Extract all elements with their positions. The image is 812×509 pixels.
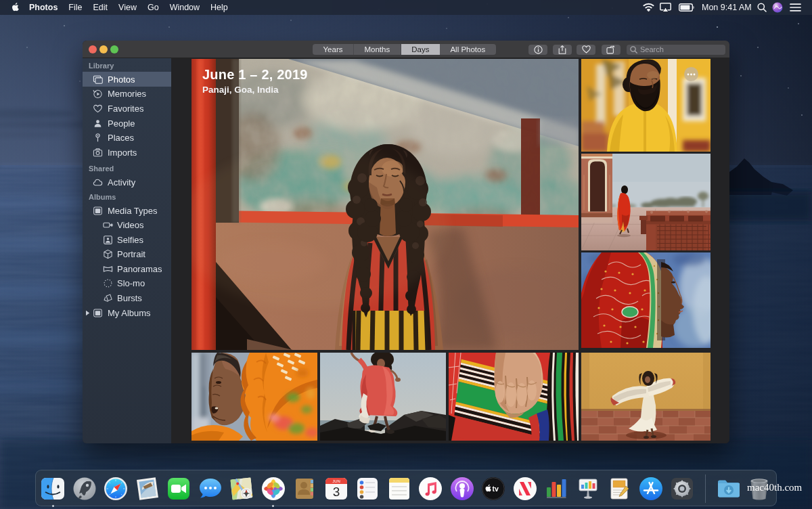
svg-text:tv: tv: [493, 485, 499, 493]
svg-text:JUN: JUN: [332, 479, 340, 483]
svg-text:3: 3: [332, 485, 340, 499]
